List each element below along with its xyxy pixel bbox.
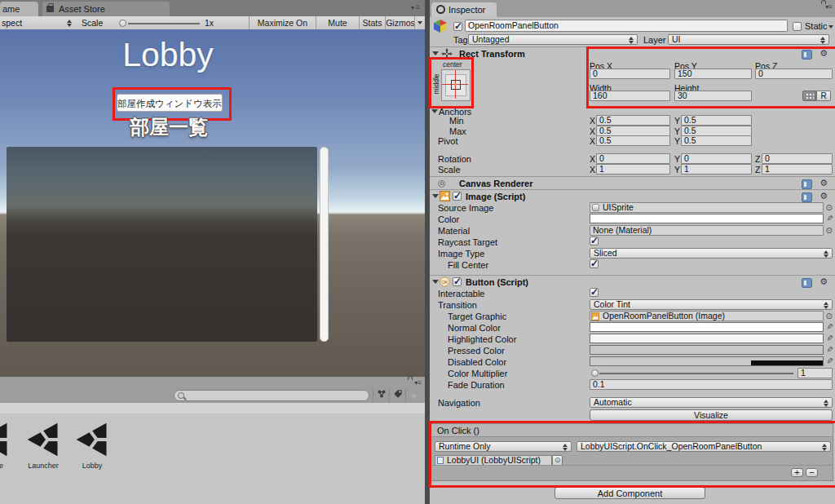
raw-edit-toggle[interactable]: R	[816, 91, 831, 101]
labels-button[interactable]	[389, 388, 405, 403]
search-input[interactable]	[174, 390, 369, 401]
color-multiplier-track[interactable]	[599, 373, 793, 374]
rect-transform-header[interactable]: Rect Transform ⚙	[430, 46, 835, 60]
object-picker-icon[interactable]: ⊙	[826, 312, 833, 321]
button-enabled-checkbox[interactable]	[453, 277, 462, 286]
eyedropper-icon[interactable]: ✎	[824, 346, 833, 352]
aspect-dropdown[interactable]: spect	[2, 17, 22, 29]
stats-button[interactable]: Stats	[359, 16, 385, 29]
canvas-renderer-header[interactable]: ◎ Canvas Renderer ⚙	[430, 176, 835, 190]
project-item-lobby[interactable]: Lobby	[73, 421, 111, 471]
active-checkbox[interactable]	[453, 22, 462, 31]
create-room-window-button[interactable]: 部屋作成ウィンドウ表示	[117, 94, 223, 112]
help-icon[interactable]	[802, 179, 812, 189]
gizmos-button[interactable]: Gizmos	[385, 16, 415, 29]
rotation-x-field[interactable]: 0	[596, 153, 670, 164]
maximize-on-play-button[interactable]: Maximize On Play	[249, 16, 316, 29]
tab-asset-store[interactable]: Asset Store	[42, 2, 170, 16]
project-item-partial[interactable]: e	[0, 421, 11, 471]
color-multiplier-knob[interactable]	[591, 369, 599, 377]
transition-dropdown[interactable]: Color Tint	[590, 299, 833, 310]
project-pane: ▾≡ ★	[0, 377, 425, 504]
event-handler-dropdown[interactable]: LobbyUIScript.OnClick_OpenRoomPanelButto…	[577, 441, 831, 452]
scale-slider-knob[interactable]	[119, 20, 126, 27]
fold-arrow-icon[interactable]	[432, 280, 439, 284]
width-field[interactable]: 160	[590, 91, 670, 101]
gameobject-cube-icon[interactable]	[433, 19, 448, 33]
add-event-button[interactable]: +	[791, 468, 803, 477]
source-image-field[interactable]: UISprite	[590, 202, 824, 213]
material-field[interactable]: None (Material)	[590, 225, 824, 236]
rotation-z-field[interactable]: 0	[762, 153, 833, 164]
tag-dropdown[interactable]: Untagged	[468, 34, 638, 45]
color-multiplier-field[interactable]: 1	[797, 368, 833, 378]
fold-arrow-icon[interactable]	[432, 194, 439, 198]
project-item-launcher[interactable]: Launcher	[24, 421, 62, 471]
mute-audio-button[interactable]: Mute Audio	[316, 16, 359, 29]
pos-x-field[interactable]: 0	[590, 69, 670, 79]
layer-dropdown[interactable]: UI	[668, 34, 829, 45]
image-enabled-checkbox[interactable]	[453, 192, 462, 201]
color-swatch[interactable]	[590, 214, 824, 223]
event-mode-dropdown[interactable]: Runtime Only	[435, 441, 572, 452]
tab-inspector[interactable]: Inspector	[431, 2, 497, 17]
fill-center-checkbox[interactable]	[590, 259, 599, 268]
anchors-min-y-field[interactable]: 0.5	[681, 115, 752, 126]
version-control-button[interactable]	[373, 388, 389, 403]
gear-icon[interactable]: ⚙	[820, 48, 828, 59]
height-field[interactable]: 30	[674, 91, 752, 101]
help-icon[interactable]	[802, 50, 812, 60]
object-picker-icon[interactable]: ⊙	[826, 226, 833, 235]
disabled-color-swatch[interactable]	[590, 356, 824, 366]
navigation-dropdown[interactable]: Automatic	[590, 397, 833, 408]
static-dropdown-icon[interactable]	[828, 25, 833, 29]
help-icon[interactable]	[802, 278, 812, 288]
eyedropper-icon[interactable]: ✎	[824, 334, 833, 341]
pivot-y-field[interactable]: 0.5	[681, 135, 752, 146]
blueprint-mode-toggle[interactable]	[802, 91, 816, 101]
inspector-tab-bar: Inspector ▾≡	[430, 0, 835, 17]
gear-icon[interactable]: ⚙	[820, 178, 828, 188]
normal-color-swatch[interactable]	[590, 322, 824, 332]
pos-z-field[interactable]: 0	[755, 69, 833, 79]
fade-duration-field[interactable]: 0.1	[590, 379, 833, 390]
interactable-checkbox[interactable]	[590, 288, 599, 297]
tab-game[interactable]: ame	[0, 2, 38, 16]
gear-icon[interactable]: ⚙	[820, 191, 828, 201]
visualize-button[interactable]: Visualize	[590, 409, 833, 421]
static-checkbox[interactable]	[793, 22, 802, 31]
button-component-header[interactable]: OK Button (Script) ⚙	[430, 275, 835, 289]
eyedropper-icon[interactable]: ✎	[824, 357, 833, 364]
inspector-menu-icon[interactable]: ▾≡	[825, 3, 833, 11]
gear-icon[interactable]: ⚙	[820, 276, 828, 287]
highlighted-color-swatch[interactable]	[590, 334, 824, 343]
help-icon[interactable]	[802, 192, 812, 202]
eyedropper-icon[interactable]: ✎	[824, 323, 833, 329]
room-list-scrollbar[interactable]	[320, 147, 329, 342]
object-picker-icon[interactable]: ⊙	[826, 203, 833, 212]
remove-event-button[interactable]: −	[806, 468, 818, 477]
favorites-button[interactable]: ★	[405, 388, 422, 403]
tabbar-menu-icon[interactable]: ▾ ≡	[411, 4, 420, 11]
scale-z-field[interactable]: 1	[762, 164, 833, 175]
add-component-button[interactable]: Add Component	[554, 487, 705, 499]
anchors-min-x-field[interactable]: 0.5	[596, 115, 670, 126]
scale-slider-track[interactable]	[128, 23, 200, 24]
raycast-target-checkbox[interactable]	[590, 237, 599, 245]
project-menu-icon[interactable]: ▾≡	[414, 379, 422, 387]
scale-y-field[interactable]: 1	[681, 164, 752, 175]
pressed-color-swatch[interactable]	[590, 345, 824, 355]
scale-x-field[interactable]: 1	[596, 164, 670, 175]
gizmos-dropdown-button[interactable]	[414, 16, 425, 29]
anchors-min-row: Min X 0.5 Y 0.5	[430, 115, 835, 126]
image-type-dropdown[interactable]: Sliced	[590, 248, 833, 259]
target-graphic-field[interactable]: OpenRoomPanelButton (Image)	[590, 311, 824, 321]
fold-arrow-icon[interactable]	[431, 109, 438, 113]
rotation-y-field[interactable]: 0	[681, 153, 752, 164]
pos-y-field[interactable]: 150	[674, 69, 752, 79]
gameobject-name-field[interactable]: OpenRoomPanelButton	[465, 20, 788, 32]
image-component-header[interactable]: Image (Script) ⚙	[430, 189, 835, 203]
pivot-x-field[interactable]: 0.5	[596, 135, 670, 146]
fold-arrow-icon[interactable]	[432, 51, 439, 55]
eyedropper-icon[interactable]: ✎	[824, 214, 833, 221]
